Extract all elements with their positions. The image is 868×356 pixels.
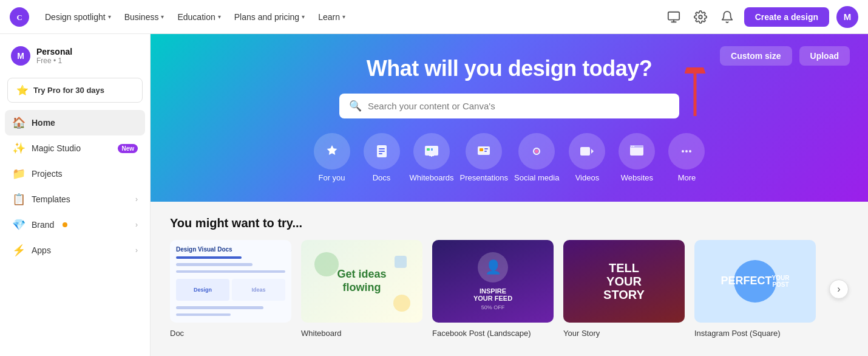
suggestions-section: You might want to try... Design Visual D… (151, 202, 868, 353)
card-doc-label: Doc (170, 329, 184, 338)
svg-point-24 (631, 146, 632, 147)
top-navigation: C Design spotlight ▾ Business ▾ Educatio… (0, 0, 868, 34)
card-doc-thumbnail: Design Visual Docs Design Ideas (170, 240, 291, 323)
card-whiteboard-thumbnail: Get ideasflowing (301, 240, 422, 323)
upload-button[interactable]: Upload (799, 46, 850, 66)
svg-rect-20 (484, 151, 487, 152)
card-facebook-post[interactable]: 👤 INSPIREYOUR FEED 50% OFF Facebook Post… (432, 240, 554, 338)
red-arrow-indicator (677, 67, 713, 125)
chevron-down-icon: ▾ (218, 13, 221, 20)
sidebar: M Personal Free • 1 ⭐ Try Pro for 30 day… (0, 34, 151, 356)
svg-text:C: C (16, 13, 22, 21)
main-layout: M Personal Free • 1 ⭐ Try Pro for 30 day… (0, 34, 868, 356)
settings-icon[interactable] (691, 7, 710, 27)
svg-rect-11 (379, 153, 382, 154)
svg-rect-18 (480, 148, 483, 151)
hero-title: What will you design today? (367, 56, 653, 81)
cards-row: Design Visual Docs Design Ideas (170, 240, 824, 338)
custom-size-button[interactable]: Custom size (720, 46, 792, 66)
chevron-right-icon: › (135, 195, 138, 204)
category-more[interactable]: More (665, 133, 708, 182)
fb-thumb-text: INSPIREYOUR FEED (473, 287, 512, 302)
card-whiteboard-label: Whiteboard (301, 329, 341, 338)
presentations-label: Presentations (460, 173, 509, 182)
new-badge: New (118, 144, 138, 153)
notifications-icon[interactable] (717, 7, 737, 27)
brand-icon: 💎 (12, 218, 25, 231)
sidebar-avatar[interactable]: M (11, 46, 30, 66)
websites-icon (619, 133, 655, 169)
apps-icon: ⚡ (12, 244, 25, 257)
user-info: M Personal Free • 1 (5, 41, 145, 70)
try-pro-button[interactable]: ⭐ Try Pro for 30 days (7, 78, 143, 103)
projects-icon: 📁 (12, 167, 25, 180)
nav-plans-pricing[interactable]: Plans and pricing ▾ (228, 9, 311, 26)
videos-icon (569, 133, 605, 169)
monitor-icon[interactable] (664, 7, 683, 27)
doc-bar (176, 263, 253, 265)
docs-label: Docs (373, 173, 391, 182)
card-your-story[interactable]: TELLYOURSTORY Your Story (563, 240, 685, 338)
nav-right: Create a design M (664, 6, 858, 28)
story-thumb-text: TELLYOURSTORY (603, 261, 645, 301)
sidebar-item-magic-studio[interactable]: ✨ Magic Studio New (5, 135, 145, 161)
avatar[interactable]: M (836, 6, 858, 28)
hero-actions: Custom size Upload (720, 46, 850, 66)
cards-next-button[interactable]: › (829, 279, 849, 299)
doc-thumb-title: Design Visual Docs (176, 246, 285, 253)
category-social-media[interactable]: Social media (514, 133, 559, 182)
cards-wrapper: Design Visual Docs Design Ideas (170, 240, 849, 338)
category-videos[interactable]: Videos (565, 133, 609, 182)
brand-dot (63, 222, 67, 227)
svg-rect-10 (379, 151, 385, 152)
chevron-down-icon: ▾ (161, 13, 164, 20)
create-design-button[interactable]: Create a design (744, 7, 829, 27)
category-for-you[interactable]: For you (310, 133, 354, 182)
card-whiteboard[interactable]: Get ideasflowing Whiteboard (301, 240, 422, 338)
sidebar-item-templates-label: Templates (32, 194, 70, 204)
star-icon: ⭐ (16, 84, 29, 96)
search-input[interactable] (368, 101, 670, 111)
category-whiteboards[interactable]: Whiteboards (410, 133, 454, 182)
sidebar-item-brand[interactable]: 💎 Brand › (5, 212, 145, 238)
sidebar-item-templates[interactable]: 📋 Templates › (5, 187, 145, 212)
home-icon: 🏠 (12, 116, 25, 129)
category-presentations[interactable]: Presentations (460, 133, 509, 182)
nav-learn[interactable]: Learn ▾ (312, 9, 351, 26)
user-name: Personal (36, 47, 72, 56)
svg-rect-15 (427, 148, 430, 151)
nav-education-label: Education (177, 12, 215, 22)
category-websites[interactable]: Websites (615, 133, 659, 182)
more-icon (668, 133, 705, 169)
card-instagram-label: Instagram Post (Square) (694, 329, 781, 338)
category-docs[interactable]: Docs (360, 133, 404, 182)
sidebar-item-projects[interactable]: 📁 Projects (5, 161, 145, 187)
sidebar-item-projects-label: Projects (32, 169, 63, 179)
sidebar-item-home[interactable]: 🏠 Home (5, 110, 145, 135)
svg-rect-16 (431, 148, 433, 151)
card-instagram-post[interactable]: PERFECTYOUR POST Instagram Post (Square) (694, 240, 816, 338)
nav-business-label: Business (124, 12, 159, 22)
videos-label: Videos (575, 173, 600, 182)
svg-point-28 (689, 150, 691, 152)
presentations-icon (466, 133, 502, 169)
search-icon: 🔍 (349, 100, 362, 112)
logo[interactable]: C (10, 7, 29, 27)
section-title: You might want to try... (170, 216, 849, 230)
card-doc[interactable]: Design Visual Docs Design Ideas (170, 240, 291, 338)
nav-business[interactable]: Business ▾ (118, 9, 171, 26)
nav-education[interactable]: Education ▾ (171, 9, 226, 26)
chevron-down-icon: ▾ (342, 13, 345, 20)
nav-design-spotlight[interactable]: Design spotlight ▾ (39, 9, 117, 26)
for-you-label: For you (318, 173, 345, 182)
svg-point-26 (682, 150, 684, 152)
svg-rect-19 (484, 148, 488, 149)
doc-bar (176, 306, 263, 309)
card-instagram-thumbnail: PERFECTYOUR POST (694, 240, 816, 323)
more-label: More (678, 173, 696, 182)
card-facebook-thumbnail: 👤 INSPIREYOUR FEED 50% OFF (432, 240, 554, 323)
sidebar-item-apps[interactable]: ⚡ Apps › (5, 238, 145, 263)
svg-point-25 (633, 146, 634, 147)
try-pro-label: Try Pro for 30 days (33, 86, 104, 95)
svg-rect-2 (668, 12, 679, 19)
